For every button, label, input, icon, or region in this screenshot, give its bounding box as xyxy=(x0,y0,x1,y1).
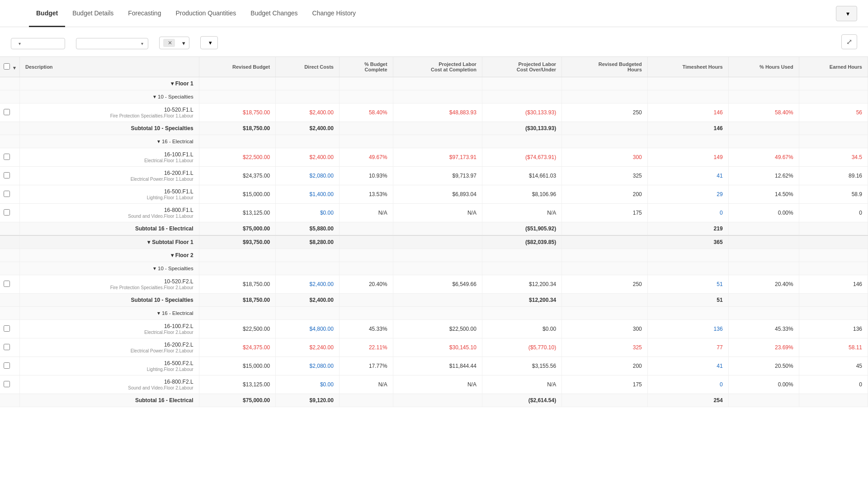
row-checkbox-cell xyxy=(0,148,20,167)
row-cell: ($74,673.91) xyxy=(482,148,561,167)
row-cell: $13,125.00 xyxy=(199,204,276,222)
row-cell: $18,750.00 xyxy=(199,103,276,122)
row-cell: $6,549.66 xyxy=(393,275,482,294)
row-cell xyxy=(562,307,648,320)
row-cell: ($51,905.92) xyxy=(482,222,561,236)
row-description: Subtotal 16 - Electrical xyxy=(20,222,199,236)
row-cell: 20.50% xyxy=(728,357,799,375)
expand-arrow-icon[interactable]: ▾ xyxy=(171,80,174,87)
row-cell xyxy=(199,262,276,275)
filter-control-group: ▾ xyxy=(200,34,218,49)
snapshot-chevron-icon: ▾ xyxy=(141,41,143,46)
table-row: ▾ Floor 2 xyxy=(0,249,868,262)
row-cell xyxy=(339,249,393,262)
row-cell: $2,080.00 xyxy=(276,357,340,375)
item-description: Sound and Video.Floor 1.Labour xyxy=(45,214,193,219)
row-cell: 17.77% xyxy=(339,357,393,375)
expand-arrow-icon[interactable]: ▾ xyxy=(153,94,156,100)
row-cell: 149 xyxy=(647,148,728,167)
row-cell: 219 xyxy=(647,222,728,236)
row-cell: 200 xyxy=(562,185,648,204)
table-row: ▾ 10 - Specialties xyxy=(0,262,868,275)
row-cell: $1,400.00 xyxy=(276,185,340,204)
subgroup-label: 16 - Electrical xyxy=(162,139,193,144)
table-row: 16-500.F1.LLighting.Floor 1.Labour$15,00… xyxy=(0,185,868,204)
row-cell: $24,375.00 xyxy=(199,167,276,185)
row-cell xyxy=(393,394,482,407)
nav-item-budget-details[interactable]: Budget Details xyxy=(65,0,121,27)
group-tag-remove[interactable]: ✕ xyxy=(168,40,172,46)
expand-arrow-icon[interactable]: ▾ xyxy=(147,239,150,245)
row-cell xyxy=(393,77,482,90)
nav-item-budget-changes[interactable]: Budget Changes xyxy=(243,0,305,27)
row-checkbox[interactable] xyxy=(4,154,10,160)
row-cell: $5,880.00 xyxy=(276,222,340,236)
row-checkbox[interactable] xyxy=(4,362,10,369)
row-checkbox[interactable] xyxy=(4,209,10,216)
row-description: 16-500.F1.LLighting.Floor 1.Labour xyxy=(20,185,199,204)
row-checkbox-cell xyxy=(0,167,20,185)
row-cell: 20.40% xyxy=(339,275,393,294)
row-cell xyxy=(562,294,648,307)
expand-arrow-icon[interactable]: ▾ xyxy=(157,138,160,145)
expand-arrow-icon[interactable]: ▾ xyxy=(157,310,160,316)
nav-item-budget[interactable]: Budget xyxy=(29,0,65,27)
row-checkbox-cell xyxy=(0,103,20,122)
filter-button[interactable]: ▾ xyxy=(200,36,218,49)
col-pct-hours-used: % Hours Used xyxy=(728,57,799,77)
row-checkbox[interactable] xyxy=(4,325,10,332)
row-cell xyxy=(393,222,482,236)
row-cell: 136 xyxy=(799,320,868,338)
table-row: 16-500.F2.LLighting.Floor 2.Labour$15,00… xyxy=(0,357,868,375)
row-description: ▾ 10 - Specialties xyxy=(20,90,199,103)
expand-button[interactable]: ⤢ xyxy=(841,34,857,49)
row-cell xyxy=(393,135,482,148)
row-cell xyxy=(728,294,799,307)
row-cell xyxy=(339,394,393,407)
nav-item-forecasting[interactable]: Forecasting xyxy=(121,0,168,27)
row-cell: 58.9 xyxy=(799,185,868,204)
expand-arrow-icon[interactable]: ▾ xyxy=(171,252,174,258)
row-checkbox[interactable] xyxy=(4,381,10,387)
snapshot-select[interactable]: ▾ xyxy=(76,38,148,49)
row-cell: 0 xyxy=(799,204,868,222)
row-cell: 14.50% xyxy=(728,185,799,204)
row-checkbox-cell xyxy=(0,249,20,262)
row-description: ▾ 16 - Electrical xyxy=(20,307,199,320)
row-cell: $97,173.91 xyxy=(393,148,482,167)
view-select[interactable]: ▾ xyxy=(11,38,65,49)
row-checkbox[interactable] xyxy=(4,281,10,287)
row-cell xyxy=(339,262,393,275)
item-description: Fire Protection Specialties.Floor 2.Labo… xyxy=(45,285,193,290)
nav-item-change-history[interactable]: Change History xyxy=(305,0,363,27)
row-cell: $4,800.00 xyxy=(276,320,340,338)
row-cell: 23.69% xyxy=(728,338,799,357)
expand-arrow-icon[interactable]: ▾ xyxy=(153,265,156,272)
row-cell xyxy=(339,90,393,103)
row-checkbox-cell xyxy=(0,320,20,338)
row-checkbox[interactable] xyxy=(4,191,10,197)
row-cell: 254 xyxy=(647,394,728,407)
row-cell: $0.00 xyxy=(276,375,340,394)
nav-item-production-quantities[interactable]: Production Quantities xyxy=(168,0,243,27)
row-cell: 58.40% xyxy=(728,103,799,122)
row-cell xyxy=(562,235,648,249)
row-cell: 12.62% xyxy=(728,167,799,185)
item-description: Electrical Power.Floor 1.Labour xyxy=(45,177,193,182)
export-button[interactable]: ▾ xyxy=(836,6,857,21)
group-select[interactable]: ✕ ▾ xyxy=(159,37,189,49)
row-cell xyxy=(339,294,393,307)
row-checkbox[interactable] xyxy=(4,344,10,350)
row-cell: 146 xyxy=(647,122,728,135)
table-row: Subtotal 16 - Electrical$75,000.00$9,120… xyxy=(0,394,868,407)
row-cell: $8,280.00 xyxy=(276,235,340,249)
col-timesheet-hours: Timesheet Hours xyxy=(647,57,728,77)
row-cell: 0.00% xyxy=(728,375,799,394)
row-cell xyxy=(339,122,393,135)
row-checkbox[interactable] xyxy=(4,172,10,178)
select-all-checkbox[interactable] xyxy=(4,63,10,70)
row-description: 16-800.F2.LSound and Video.Floor 2.Labou… xyxy=(20,375,199,394)
row-checkbox[interactable] xyxy=(4,109,10,115)
row-cell: $93,750.00 xyxy=(199,235,276,249)
row-cell: $18,750.00 xyxy=(199,294,276,307)
